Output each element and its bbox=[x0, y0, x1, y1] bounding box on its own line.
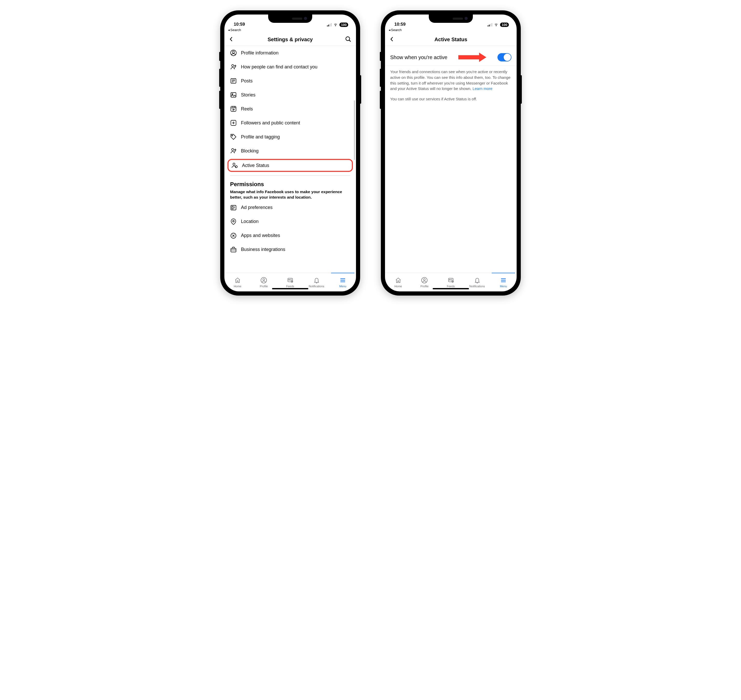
search-button[interactable] bbox=[345, 36, 351, 43]
row-label: Active Status bbox=[242, 163, 269, 168]
setting-description: Your friends and connections can see whe… bbox=[385, 66, 516, 95]
breadcrumb-label: Search bbox=[230, 28, 241, 32]
setting-description-secondary: You can still use our services if Active… bbox=[385, 95, 516, 103]
menu-icon bbox=[500, 277, 507, 284]
search-icon bbox=[345, 36, 351, 42]
ad-icon bbox=[230, 204, 237, 211]
row-label: Business integrations bbox=[241, 247, 285, 252]
tab-home[interactable]: Home bbox=[225, 273, 251, 291]
row-label: Ad preferences bbox=[241, 205, 273, 210]
tab-menu[interactable]: Menu bbox=[490, 273, 516, 291]
settings-row-ad-preferences[interactable]: Ad preferences bbox=[225, 201, 356, 215]
feeds-icon bbox=[287, 277, 293, 284]
annotation-arrow bbox=[458, 53, 486, 62]
nav-bar: Active Status bbox=[385, 34, 516, 46]
reels-icon bbox=[230, 106, 237, 112]
settings-row-active-status[interactable]: Active Status bbox=[227, 159, 353, 172]
chevron-left-icon bbox=[229, 36, 234, 42]
row-label: Followers and public content bbox=[241, 120, 300, 126]
tab-label: Menu bbox=[339, 285, 346, 288]
settings-row-apps-and-websites[interactable]: Apps and websites bbox=[225, 229, 356, 243]
location-pin-icon bbox=[230, 218, 237, 225]
cellular-signal-icon bbox=[488, 24, 492, 26]
profile-icon bbox=[421, 277, 428, 284]
row-label: Profile and tagging bbox=[241, 134, 280, 140]
feeds-icon bbox=[448, 277, 454, 284]
page-title: Active Status bbox=[434, 37, 467, 43]
scrollbar-thumb[interactable] bbox=[354, 100, 355, 160]
phone-left: 10:59 100 ◂ Search Settings & privacy Pr… bbox=[220, 10, 360, 296]
description-text: Your friends and connections can see whe… bbox=[390, 69, 511, 91]
tab-label: Notifications bbox=[470, 285, 485, 288]
tab-label: Menu bbox=[500, 285, 507, 288]
breadcrumb-back[interactable]: ◂ Search bbox=[385, 28, 516, 34]
back-button[interactable] bbox=[389, 36, 395, 43]
person-circle-icon bbox=[230, 50, 237, 56]
settings-row-reels[interactable]: Reels bbox=[225, 102, 356, 116]
settings-row-profile-information[interactable]: Profile information bbox=[225, 46, 356, 60]
tab-label: Profile bbox=[260, 285, 268, 288]
home-icon bbox=[234, 277, 241, 284]
person-status-icon bbox=[231, 162, 238, 169]
settings-row-stories[interactable]: Stories bbox=[225, 88, 356, 102]
plus-square-icon bbox=[230, 119, 237, 126]
newspaper-icon bbox=[230, 78, 237, 84]
status-time: 10:59 bbox=[234, 22, 245, 27]
back-button[interactable] bbox=[229, 36, 234, 43]
row-label: Posts bbox=[241, 78, 252, 84]
section-title: Permissions bbox=[230, 181, 350, 188]
breadcrumb-back[interactable]: ◂ Search bbox=[225, 28, 356, 34]
row-label: Reels bbox=[241, 106, 253, 112]
profile-icon bbox=[260, 277, 267, 284]
phone-right: 10:59 100 ◂ Search Active Status Show wh bbox=[381, 10, 521, 296]
home-icon bbox=[395, 277, 402, 284]
row-label: Profile information bbox=[241, 50, 279, 56]
row-label: Apps and websites bbox=[241, 233, 280, 238]
breadcrumb-caret-icon: ◂ bbox=[228, 28, 230, 32]
breadcrumb-caret-icon: ◂ bbox=[389, 28, 390, 32]
settings-row-business-integrations[interactable]: Business integrations bbox=[225, 243, 356, 257]
nav-bar: Settings & privacy bbox=[225, 34, 356, 46]
tab-label: Home bbox=[234, 285, 241, 288]
breadcrumb-label: Search bbox=[391, 28, 402, 32]
menu-icon bbox=[339, 277, 346, 284]
tab-label: Notifications bbox=[309, 285, 324, 288]
tab-label: Feeds bbox=[447, 285, 455, 288]
tab-label: Home bbox=[394, 285, 402, 288]
toggle-label: Show when you're active bbox=[390, 54, 448, 60]
row-label: Stories bbox=[241, 92, 255, 98]
wifi-icon bbox=[494, 23, 499, 27]
tab-label: Feeds bbox=[286, 285, 294, 288]
section-divider bbox=[230, 175, 350, 176]
section-subtitle: Manage what info Facebook uses to make y… bbox=[230, 189, 350, 200]
section-permissions-heading: Permissions Manage what info Facebook us… bbox=[225, 178, 356, 201]
chevron-left-icon bbox=[389, 36, 395, 42]
people-icon bbox=[230, 63, 237, 70]
status-time: 10:59 bbox=[394, 22, 405, 27]
tab-menu[interactable]: Menu bbox=[330, 273, 356, 291]
page-title: Settings & privacy bbox=[268, 37, 313, 43]
active-status-toggle[interactable] bbox=[497, 53, 511, 62]
briefcase-icon bbox=[230, 246, 237, 253]
home-indicator[interactable] bbox=[433, 288, 469, 289]
apps-icon bbox=[230, 232, 237, 239]
battery-indicator: 100 bbox=[339, 22, 348, 27]
bell-icon bbox=[474, 277, 481, 284]
learn-more-link[interactable]: Learn more bbox=[472, 86, 493, 91]
settings-row-how-people-can-find-and-contact-you[interactable]: How people can find and contact you bbox=[225, 60, 356, 74]
image-icon bbox=[230, 91, 237, 98]
row-label: Location bbox=[241, 219, 258, 224]
device-notch bbox=[268, 15, 312, 23]
tag-icon bbox=[230, 134, 237, 140]
active-status-toggle-row: Show when you're active bbox=[385, 46, 516, 66]
settings-row-location[interactable]: Location bbox=[225, 215, 356, 229]
settings-row-posts[interactable]: Posts bbox=[225, 74, 356, 88]
settings-row-profile-and-tagging[interactable]: Profile and tagging bbox=[225, 130, 356, 144]
settings-row-blocking[interactable]: Blocking bbox=[225, 144, 356, 158]
row-label: Blocking bbox=[241, 148, 258, 154]
people-icon bbox=[230, 147, 237, 154]
settings-row-followers-and-public-content[interactable]: Followers and public content bbox=[225, 116, 356, 130]
home-indicator[interactable] bbox=[272, 288, 308, 289]
tab-label: Profile bbox=[421, 285, 428, 288]
tab-home[interactable]: Home bbox=[385, 273, 411, 291]
